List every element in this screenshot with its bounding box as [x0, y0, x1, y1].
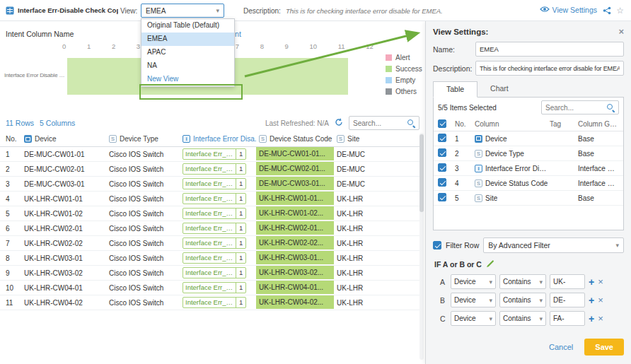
intent-link[interactable]: Interface Err_disable... 1 — [183, 208, 246, 219]
name-input[interactable] — [475, 42, 624, 57]
table-row[interactable]: 8 UK-LHR-CW03-01 Cisco IOS Switch Interf… — [0, 251, 420, 266]
select-all-checkbox[interactable] — [438, 119, 446, 128]
remove-condition-icon[interactable]: × — [598, 277, 603, 286]
cell-device-type: Cisco IOS Switch — [106, 206, 180, 221]
table-row[interactable]: 2 DE-MUC-CW02-01 Cisco IOS Switch Interf… — [0, 162, 420, 177]
condition-operator-select[interactable]: Contains▾ — [499, 274, 546, 289]
column-checkbox[interactable] — [438, 163, 446, 172]
intent-link[interactable]: Interface Err_disable... 1 — [183, 282, 246, 293]
table-row[interactable]: 10 UK-LHR-CW04-01 Cisco IOS Switch Inter… — [0, 281, 420, 295]
cell-site: UK-LHR — [334, 281, 398, 295]
view-settings-label: View Settings — [552, 6, 597, 14]
table-row[interactable]: 3 DE-MUC-CW03-01 Cisco IOS Switch Interf… — [0, 177, 420, 192]
close-icon[interactable]: × — [618, 27, 624, 36]
column-checkbox[interactable] — [438, 148, 446, 157]
column-checkbox[interactable] — [438, 193, 446, 201]
refresh-icon[interactable] — [335, 118, 343, 128]
cell-site: UK-LHR — [334, 192, 398, 206]
condition-value-input[interactable] — [550, 311, 585, 326]
view-dropdown-option[interactable]: New View — [141, 73, 234, 86]
column-type-icon — [475, 180, 482, 187]
table-scrollbar[interactable] — [419, 133, 424, 360]
table-row[interactable]: 4 UK-LHR-CW01-01 Cisco IOS Switch Interf… — [0, 192, 420, 206]
condition-field-select[interactable]: Device▾ — [451, 311, 496, 326]
legend-item[interactable]: Alert — [386, 54, 422, 61]
condition-operator-select[interactable]: Contains▾ — [499, 293, 546, 307]
column-header-device-type[interactable]: Device Type — [106, 131, 180, 146]
table-row[interactable]: 6 UK-LHR-CW02-01 Cisco IOS Switch Interf… — [0, 221, 420, 236]
filter-row-checkbox[interactable] — [433, 241, 441, 249]
view-dropdown[interactable]: EMEA ▾ — [141, 4, 224, 18]
column-type-icon — [475, 150, 482, 158]
columns-search-input[interactable] — [545, 104, 603, 112]
column-header-no[interactable]: No. — [0, 131, 21, 146]
column-header-device[interactable]: Device — [21, 131, 106, 146]
condition-field-select[interactable]: Device▾ — [451, 274, 496, 289]
column-row[interactable]: 4 Device Status Code Interface Disable_.… — [434, 176, 623, 191]
string-type-icon — [259, 135, 267, 143]
view-settings-link[interactable]: View Settings — [540, 6, 597, 14]
intent-link[interactable]: Interface Err_disable... 1 — [183, 297, 246, 308]
intent-link[interactable]: Interface Err_disable... 1 — [183, 193, 246, 204]
column-row[interactable]: 1 Device Base — [434, 131, 623, 146]
condition-field-select[interactable]: Device▾ — [451, 293, 496, 307]
condition-operator-select[interactable]: Contains▾ — [499, 311, 546, 326]
star-icon[interactable]: ☆ — [616, 6, 624, 16]
column-header-intent[interactable]: Interface Error Disa... — [180, 131, 256, 146]
add-condition-icon[interactable]: + — [589, 295, 594, 305]
edit-pencil-icon[interactable] — [486, 259, 494, 269]
legend-item[interactable]: Others — [386, 88, 422, 95]
cell-device-type: Cisco IOS Switch — [106, 295, 180, 310]
table-search-input[interactable] — [353, 119, 404, 127]
legend-item[interactable]: Empty — [386, 76, 422, 84]
filter-mode-select[interactable]: By Advanced Filter ▾ — [483, 237, 624, 253]
columns-table-body: 1 Device Base 2 Device Type Base — [434, 131, 623, 206]
cell-no: 8 — [0, 251, 21, 265]
intent-link[interactable]: Interface Err_disable... 1 — [183, 252, 246, 264]
legend-item[interactable]: Success — [386, 65, 422, 73]
intent-link[interactable]: Interface Err_disable... 1 — [183, 178, 246, 189]
table-row[interactable]: 11 UK-LHR-CW04-02 Cisco IOS Switch Inter… — [0, 295, 420, 310]
remove-condition-icon[interactable]: × — [598, 314, 603, 323]
tab-table[interactable]: Table — [433, 81, 477, 98]
column-row[interactable]: 5 Site Base — [434, 191, 623, 206]
condition-value-input[interactable] — [550, 293, 585, 307]
save-button[interactable]: Save — [584, 339, 624, 356]
intent-link[interactable]: Interface Err_disable... 1 — [183, 267, 246, 278]
columns-count-link[interactable]: 5 Columns — [40, 119, 75, 127]
cancel-button[interactable]: Cancel — [549, 343, 573, 351]
add-condition-icon[interactable]: + — [589, 314, 594, 324]
table-search — [349, 116, 419, 130]
table-row[interactable]: 5 UK-LHR-CW01-02 Cisco IOS Switch Interf… — [0, 206, 420, 221]
intent-count-badge: 1 — [236, 238, 245, 248]
cell-device-type: Cisco IOS Switch — [106, 147, 180, 161]
intent-link[interactable]: Interface Err_disable... 1 — [183, 163, 246, 175]
description-input[interactable] — [475, 61, 624, 76]
scrollbar-thumb[interactable] — [419, 134, 424, 212]
remove-condition-icon[interactable]: × — [598, 295, 603, 305]
view-dropdown-option[interactable]: Original Table (Default) — [141, 19, 234, 33]
share-icon[interactable] — [603, 6, 611, 16]
column-header-site[interactable]: Site — [334, 131, 398, 146]
table-row[interactable]: 9 UK-LHR-CW03-02 Cisco IOS Switch Interf… — [0, 266, 420, 281]
intent-link[interactable]: Interface Err_disable... 1 — [183, 148, 246, 160]
view-dropdown-option[interactable]: NA — [141, 59, 234, 73]
column-header-status[interactable]: Device Status Code — [256, 131, 334, 146]
column-checkbox[interactable] — [438, 178, 446, 187]
condition-value-input[interactable] — [550, 274, 585, 289]
column-checkbox[interactable] — [438, 134, 446, 142]
table-row[interactable]: 1 DE-MUC-CW01-01 Cisco IOS Switch Interf… — [0, 147, 420, 162]
tab-chart[interactable]: Chart — [477, 81, 521, 97]
table-row[interactable]: 7 UK-LHR-CW02-02 Cisco IOS Switch Interf… — [0, 236, 420, 251]
view-dropdown-option[interactable]: APAC — [141, 46, 234, 59]
cell-intent: Interface Err_disable... 1 — [180, 206, 256, 221]
rows-count-link[interactable]: 11 Rows — [6, 119, 34, 127]
view-dropdown-option[interactable]: EMEA — [141, 33, 234, 46]
add-condition-icon[interactable]: + — [589, 277, 594, 287]
chevron-down-icon: ▾ — [539, 278, 543, 286]
intent-link[interactable]: Interface Err_disable... 1 — [183, 237, 246, 249]
intent-link[interactable]: Interface Err_disable... 1 — [183, 223, 246, 234]
column-row[interactable]: 3 Interface Error Disa... Interface Disa… — [434, 161, 623, 176]
column-row[interactable]: 2 Device Type Base — [434, 146, 623, 161]
cell-device: UK-LHR-CW03-02 — [21, 266, 106, 280]
